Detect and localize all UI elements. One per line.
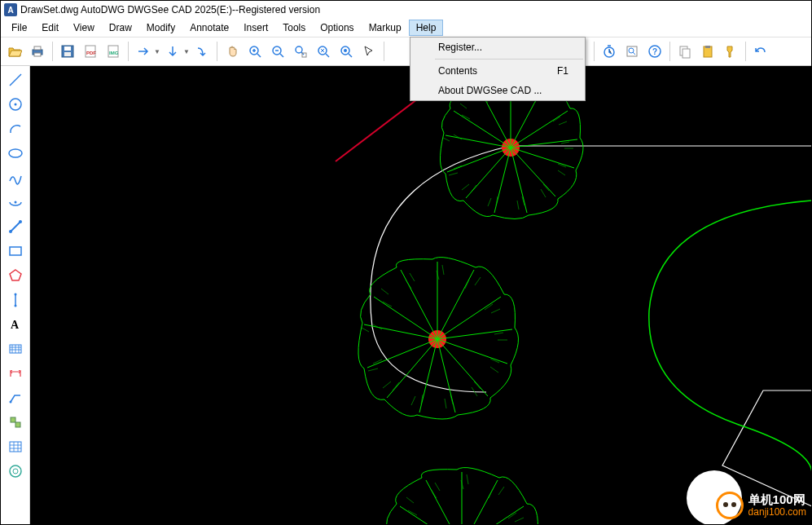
ellipse-arc-tool[interactable] <box>5 192 26 213</box>
print-button[interactable] <box>27 41 48 62</box>
svg-point-37 <box>14 293 16 296</box>
svg-text:PDF: PDF <box>86 51 96 55</box>
cursor-button[interactable] <box>358 41 380 62</box>
menu-file[interactable]: File <box>4 20 34 36</box>
menu-register-label: Register... <box>438 42 482 53</box>
toolbar-separator <box>128 42 129 61</box>
svg-point-41 <box>9 401 11 404</box>
spline-tool[interactable] <box>5 167 26 188</box>
block-tool[interactable] <box>5 412 26 433</box>
hatch-tool[interactable] <box>5 338 26 360</box>
line-tool[interactable] <box>5 69 26 90</box>
dropdown-icon[interactable]: ▼ <box>154 48 160 55</box>
window-title: DrawSet.dwg AutoDWG DWGSee CAD 2025(E:)-… <box>20 4 320 15</box>
polygon-tool[interactable] <box>5 265 26 286</box>
menu-contents-shortcut: F1 <box>557 65 568 77</box>
canvas-svg <box>30 66 811 524</box>
menu-insert[interactable]: Insert <box>236 20 275 36</box>
app-icon: A <box>4 3 17 16</box>
toolbar-separator <box>745 42 746 61</box>
svg-rect-42 <box>11 417 15 422</box>
menu-bar: File Edit View Draw Modify Annotate Inse… <box>1 19 811 37</box>
table-tool[interactable] <box>5 436 26 457</box>
watermark-logo-icon <box>716 492 744 519</box>
svg-text:A: A <box>11 319 20 331</box>
menu-register[interactable]: Register... <box>410 38 585 57</box>
svg-text:IMG: IMG <box>109 51 119 55</box>
undo-button[interactable] <box>750 41 771 62</box>
svg-line-26 <box>10 74 21 86</box>
menu-annotate[interactable]: Annotate <box>182 20 236 36</box>
menu-edit[interactable]: Edit <box>34 20 66 36</box>
zoom-fit-button[interactable] <box>290 41 311 62</box>
menu-modify[interactable]: Modify <box>139 20 182 36</box>
copy-button[interactable] <box>674 41 696 62</box>
menu-markup[interactable]: Markup <box>362 20 409 36</box>
svg-point-38 <box>14 305 16 307</box>
draw-toolbar: A <box>1 66 30 524</box>
svg-point-46 <box>13 469 18 474</box>
menu-about-label: About DWGSee CAD ... <box>438 85 542 96</box>
zoom-window-button[interactable] <box>313 41 334 62</box>
svg-point-29 <box>9 149 22 157</box>
svg-point-32 <box>9 230 12 233</box>
toolbar-separator <box>52 42 53 61</box>
help-button[interactable]: ? <box>644 41 665 62</box>
diagonal-tool[interactable] <box>5 216 26 237</box>
help-dropdown: Register... Contents F1 About DWGSee CAD… <box>410 37 586 101</box>
dropdown-icon[interactable]: ▼ <box>183 48 190 55</box>
dimension-tool[interactable] <box>5 363 26 384</box>
format-brush-button[interactable] <box>720 41 741 62</box>
svg-rect-43 <box>15 422 20 427</box>
svg-rect-25 <box>705 46 710 48</box>
move-down-button[interactable] <box>162 41 183 62</box>
menu-contents-label: Contents <box>438 65 477 77</box>
menu-help[interactable]: Help <box>409 20 444 36</box>
menu-tools[interactable]: Tools <box>275 20 313 36</box>
svg-rect-44 <box>10 442 21 452</box>
toolbar-separator <box>594 42 595 61</box>
export-pdf-button[interactable]: PDF <box>80 41 101 62</box>
svg-point-12 <box>296 46 302 53</box>
region-tool[interactable] <box>5 461 26 482</box>
zoom-out-button[interactable] <box>267 41 288 62</box>
menu-contents[interactable]: Contents F1 <box>410 61 585 81</box>
svg-rect-4 <box>64 46 71 51</box>
toolbar-separator <box>217 42 217 61</box>
watermark-line1: 单机100网 <box>748 493 806 507</box>
arc-tool[interactable] <box>5 118 26 139</box>
vertical-line-tool[interactable] <box>5 289 26 311</box>
stopwatch-button[interactable] <box>599 41 620 62</box>
zoom-extents-button[interactable] <box>336 41 357 62</box>
rectangle-tool[interactable] <box>5 240 26 262</box>
main-toolbar: PDF IMG ▼ ▼ ? <box>1 37 811 66</box>
toolbar-separator <box>384 42 384 61</box>
svg-rect-1 <box>34 46 41 50</box>
find-button[interactable] <box>621 41 643 62</box>
arrow-curve-button[interactable] <box>191 41 213 62</box>
menu-view[interactable]: View <box>66 20 102 36</box>
zoom-in-button[interactable] <box>244 41 266 62</box>
export-img-button[interactable]: IMG <box>103 41 124 62</box>
svg-point-33 <box>19 220 22 223</box>
watermark-line2: danji100.com <box>748 507 806 518</box>
paste-button[interactable] <box>697 41 718 62</box>
arrow-button[interactable] <box>133 41 154 62</box>
text-tool[interactable]: A <box>5 314 26 335</box>
menu-separator <box>435 59 583 60</box>
menu-options[interactable]: Options <box>313 20 361 36</box>
leader-tool[interactable] <box>5 387 26 408</box>
drawing-canvas[interactable] <box>30 66 811 524</box>
save-button[interactable] <box>57 41 78 62</box>
toolbar-separator <box>669 42 670 61</box>
menu-about[interactable]: About DWGSee CAD ... <box>410 81 585 100</box>
svg-text:?: ? <box>652 47 657 56</box>
pan-button[interactable] <box>222 41 243 62</box>
menu-draw[interactable]: Draw <box>102 20 139 36</box>
ellipse-tool[interactable] <box>5 143 26 164</box>
svg-line-31 <box>11 222 20 232</box>
svg-marker-35 <box>10 270 21 280</box>
content-row: A <box>1 66 811 524</box>
open-button[interactable] <box>4 41 25 62</box>
circle-tool[interactable] <box>5 94 26 115</box>
